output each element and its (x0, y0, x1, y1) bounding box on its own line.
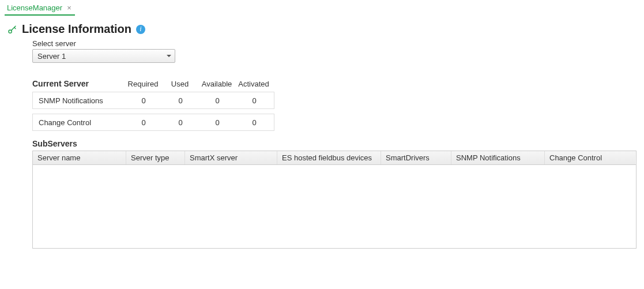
server-select[interactable]: Server 1 (32, 49, 175, 63)
col-activated: Activated (235, 80, 272, 88)
subservers-header: Server name Server type SmartX server ES… (33, 151, 636, 165)
page-title: License Information (22, 22, 131, 36)
key-icon (7, 25, 17, 37)
content: License Information i Select server Serv… (0, 16, 644, 254)
col-es-fieldbus[interactable]: ES hosted fieldbus devices (277, 151, 381, 164)
col-snmp-notifications[interactable]: SNMP Notifications (451, 151, 545, 164)
row-required: 0 (125, 96, 162, 105)
col-change-control[interactable]: Change Control (545, 151, 636, 164)
col-smartx-server[interactable]: SmartX server (185, 151, 277, 164)
row-activated: 0 (236, 118, 273, 127)
row-used: 0 (162, 118, 199, 127)
col-server-name[interactable]: Server name (33, 151, 126, 164)
table-row[interactable]: Change Control 0 0 0 0 (32, 114, 274, 131)
close-icon[interactable]: × (66, 4, 73, 12)
row-name: Change Control (33, 118, 125, 127)
tab-bar: LicenseManager × (0, 0, 644, 16)
row-name: SNMP Notifications (33, 96, 125, 105)
row-activated: 0 (236, 96, 273, 105)
chevron-down-icon (167, 55, 171, 57)
server-select-value: Server 1 (37, 52, 66, 61)
current-server-title: Current Server (32, 79, 125, 88)
subservers-grid[interactable]: Server name Server type SmartX server ES… (32, 151, 637, 249)
tab-label: LicenseManager (7, 3, 62, 12)
col-required: Required (125, 80, 161, 88)
row-used: 0 (162, 96, 199, 105)
row-required: 0 (125, 118, 162, 127)
row-available: 0 (199, 96, 236, 105)
table-row[interactable]: SNMP Notifications 0 0 0 0 (32, 92, 274, 109)
col-server-type[interactable]: Server type (126, 151, 185, 164)
col-available: Available (198, 80, 235, 88)
col-used: Used (161, 80, 198, 88)
info-icon[interactable]: i (136, 25, 145, 34)
tab-license-manager[interactable]: LicenseManager × (5, 2, 75, 16)
select-label: Select server (32, 39, 638, 48)
subservers-title: SubServers (32, 139, 638, 148)
row-available: 0 (199, 118, 236, 127)
col-smartdrivers[interactable]: SmartDrivers (381, 151, 451, 164)
